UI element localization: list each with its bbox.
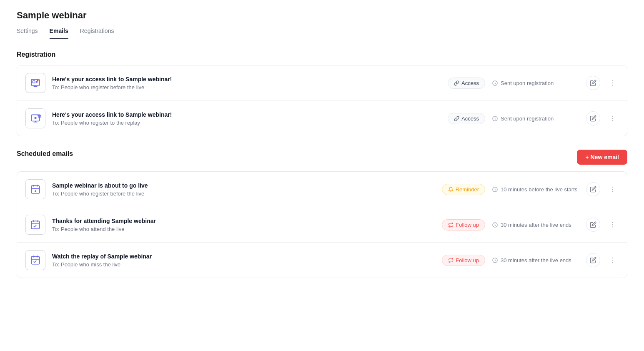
live-icon bbox=[25, 73, 45, 93]
table-row: Watch the replay of Sample webinar To: P… bbox=[17, 243, 627, 278]
svg-point-6 bbox=[612, 85, 613, 85]
svg-point-27 bbox=[612, 262, 613, 263]
meta-timing: Sent upon registration bbox=[492, 80, 579, 86]
badge-access: Access bbox=[448, 78, 485, 89]
email-to: To: People who register to the replay bbox=[52, 120, 441, 126]
more-options-button[interactable] bbox=[607, 219, 619, 231]
table-row: Here's your access link to Sample webina… bbox=[17, 65, 627, 101]
email-meta: Reminder 10 minutes before the live star… bbox=[442, 182, 619, 196]
email-meta: Follow up 30 minutes after the live ends bbox=[442, 218, 619, 232]
badge-followup: Follow up bbox=[442, 219, 485, 231]
email-info: Thanks for attending Sample webinar To: … bbox=[52, 218, 435, 232]
svg-rect-18 bbox=[31, 221, 40, 228]
page-title: Sample webinar bbox=[17, 10, 627, 21]
svg-point-16 bbox=[612, 189, 613, 190]
email-meta: Follow up 30 minutes after the live ends bbox=[442, 253, 619, 267]
more-options-button[interactable] bbox=[607, 183, 619, 195]
email-to: To: People who miss the live bbox=[52, 261, 435, 268]
replay-icon bbox=[25, 108, 45, 128]
email-subject: Watch the replay of Sample webinar bbox=[52, 253, 435, 260]
table-row: Here's your access link to Sample webina… bbox=[17, 101, 627, 136]
svg-rect-13 bbox=[31, 186, 40, 193]
registration-section: Registration Here's your access link to … bbox=[17, 51, 627, 136]
svg-point-26 bbox=[612, 260, 613, 261]
more-options-button[interactable] bbox=[607, 113, 619, 124]
svg-point-2 bbox=[37, 80, 38, 81]
badge-access: Access bbox=[448, 113, 485, 124]
email-subject: Here's your access link to Sample webina… bbox=[52, 76, 441, 83]
more-options-button[interactable] bbox=[607, 254, 619, 266]
edit-button[interactable] bbox=[586, 182, 600, 196]
svg-point-11 bbox=[612, 118, 613, 119]
svg-point-4 bbox=[612, 80, 613, 81]
email-subject: Here's your access link to Sample webina… bbox=[52, 111, 441, 118]
meta-timing: 10 minutes before the live starts bbox=[492, 186, 579, 193]
meta-timing: 30 minutes after the live ends bbox=[492, 222, 579, 228]
edit-button[interactable] bbox=[586, 111, 600, 125]
calendar-icon bbox=[25, 179, 45, 199]
scheduled-section: Scheduled emails + New email Sample webi… bbox=[17, 150, 627, 278]
calendar3-icon bbox=[25, 250, 45, 270]
email-info: Here's your access link to Sample webina… bbox=[52, 76, 441, 90]
tab-emails[interactable]: Emails bbox=[50, 28, 68, 39]
tab-bar: Settings Emails Registrations bbox=[17, 28, 627, 39]
email-meta: Access Sent upon registration bbox=[448, 76, 619, 90]
svg-point-5 bbox=[612, 83, 613, 83]
svg-point-15 bbox=[612, 187, 613, 188]
svg-rect-1 bbox=[33, 81, 35, 83]
svg-rect-23 bbox=[31, 256, 40, 264]
svg-marker-8 bbox=[35, 117, 38, 120]
registration-section-title: Registration bbox=[17, 51, 627, 58]
meta-timing: Sent upon registration bbox=[492, 115, 579, 122]
scheduled-section-title: Scheduled emails bbox=[17, 150, 73, 158]
email-meta: Access Sent upon registration bbox=[448, 111, 619, 125]
email-info: Sample webinar is about to go live To: P… bbox=[52, 182, 435, 197]
badge-reminder: Reminder bbox=[442, 184, 485, 195]
email-info: Here's your access link to Sample webina… bbox=[52, 111, 441, 126]
svg-point-17 bbox=[612, 191, 613, 192]
svg-point-25 bbox=[612, 258, 613, 258]
scheduled-header: Scheduled emails + New email bbox=[17, 150, 627, 165]
svg-point-21 bbox=[612, 224, 613, 225]
badge-followup: Follow up bbox=[442, 255, 485, 266]
email-to: To: People who register before the live bbox=[52, 191, 435, 197]
svg-point-22 bbox=[612, 226, 613, 227]
scheduled-email-list: Sample webinar is about to go live To: P… bbox=[17, 171, 627, 278]
svg-point-10 bbox=[612, 116, 613, 117]
table-row: Sample webinar is about to go live To: P… bbox=[17, 172, 627, 207]
email-info: Watch the replay of Sample webinar To: P… bbox=[52, 253, 435, 268]
tab-settings[interactable]: Settings bbox=[17, 28, 38, 39]
registration-email-list: Here's your access link to Sample webina… bbox=[17, 65, 627, 136]
svg-point-20 bbox=[612, 222, 613, 223]
calendar2-icon bbox=[25, 215, 45, 235]
email-subject: Thanks for attending Sample webinar bbox=[52, 218, 435, 224]
edit-button[interactable] bbox=[586, 218, 600, 232]
edit-button[interactable] bbox=[586, 76, 600, 90]
edit-button[interactable] bbox=[586, 253, 600, 267]
email-subject: Sample webinar is about to go live bbox=[52, 182, 435, 189]
more-options-button[interactable] bbox=[607, 77, 619, 89]
new-email-button[interactable]: + New email bbox=[577, 150, 627, 165]
svg-point-12 bbox=[612, 120, 613, 121]
email-to: To: People who register before the live bbox=[52, 84, 441, 90]
tab-registrations[interactable]: Registrations bbox=[80, 28, 114, 39]
meta-timing: 30 minutes after the live ends bbox=[492, 257, 579, 263]
table-row: Thanks for attending Sample webinar To: … bbox=[17, 207, 627, 243]
email-to: To: People who attend the live bbox=[52, 226, 435, 232]
